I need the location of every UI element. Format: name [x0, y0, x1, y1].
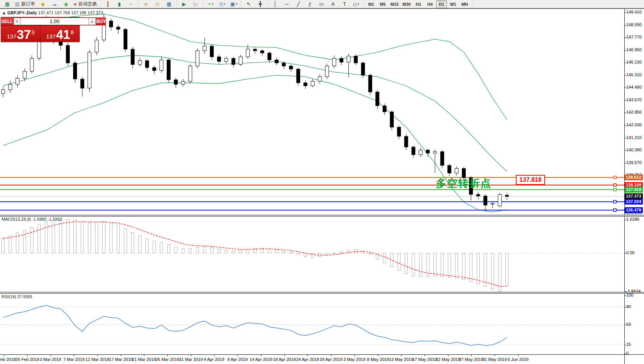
- timeframe-h4[interactable]: H4: [425, 0, 435, 8]
- date-label: 13 May 2019: [389, 357, 413, 362]
- sell-button[interactable]: SELL: [1, 17, 13, 25]
- candle-body-bear: [174, 80, 177, 84]
- macd-bar: [239, 251, 242, 253]
- volume-increase-button[interactable]: ▲: [89, 18, 96, 25]
- new-order-button[interactable]: ▤新订单: [13, 0, 37, 8]
- line-handle[interactable]: [614, 184, 616, 186]
- charts-community-button[interactable]: ☁: [49, 0, 60, 8]
- timeframe-m15[interactable]: M15: [389, 0, 400, 8]
- label-button[interactable]: T: [339, 0, 350, 8]
- periods-button[interactable]: ◷▾: [217, 0, 227, 8]
- date-tick: [284, 355, 285, 356]
- macd-bar: [124, 229, 127, 253]
- candle-body-bear: [217, 57, 221, 62]
- macd-bar: [405, 253, 408, 274]
- horizontal-line-button[interactable]: ─: [281, 0, 292, 8]
- line-handle[interactable]: [614, 176, 616, 179]
- vertical-line-button[interactable]: │: [270, 0, 281, 8]
- chevron-down-icon[interactable]: ▾: [224, 2, 226, 6]
- macd-bar: [398, 253, 400, 271]
- candle-body-bull: [23, 71, 27, 78]
- timeframe-m1[interactable]: M1: [366, 0, 376, 8]
- date-label: 26 Feb 2019: [15, 357, 39, 362]
- autotrading-button[interactable]: ●自动交易: [72, 0, 98, 8]
- volume-decrease-button[interactable]: ▼: [13, 18, 21, 25]
- candle-body-bull: [88, 52, 91, 88]
- turning-point-annotation[interactable]: 多空转折点: [436, 176, 492, 190]
- fibonacci-button[interactable]: ƒ: [304, 0, 315, 8]
- market-watch-button[interactable]: ◆: [37, 0, 48, 8]
- shapes-button[interactable]: ◇▾: [351, 0, 361, 8]
- sell-price-big: 37: [17, 29, 31, 40]
- collapse-icon[interactable]: ▲: [2, 10, 6, 15]
- buy-price-button[interactable]: 137 41 8: [40, 26, 79, 42]
- timeframe-m5[interactable]: M5: [377, 0, 388, 8]
- cursor-button[interactable]: ↖: [243, 0, 254, 8]
- macd-bar: [333, 253, 336, 253]
- timeframe-d1[interactable]: D1: [436, 0, 447, 8]
- volume-input[interactable]: [21, 18, 89, 25]
- candle-body-bull: [433, 152, 437, 153]
- candle-body-bear: [304, 83, 307, 86]
- price-tick-label: 145.310: [626, 72, 644, 77]
- date-tick: [355, 355, 355, 356]
- chevron-down-icon[interactable]: ▾: [358, 2, 359, 6]
- autoscroll-button[interactable]: ▶: [179, 0, 189, 8]
- timeframe-w1[interactable]: W1: [448, 0, 458, 8]
- candle-body-bear: [131, 49, 134, 65]
- date-label: 3 Mar 2019: [40, 357, 61, 362]
- date-tick: [144, 355, 144, 356]
- trendline-button[interactable]: ╱: [293, 0, 304, 8]
- charts-cloud-icon: ☁: [52, 2, 57, 7]
- symbol-header: ▲ GBPJPY-,Daily 137.471 137.768 137.186 …: [2, 10, 103, 15]
- zoom-in-button[interactable]: ⊕: [141, 0, 151, 8]
- candle-body-bear: [405, 136, 408, 147]
- time-axis-border: [0, 354, 644, 355]
- date-label: 18 Apr 2019: [273, 357, 296, 362]
- chevron-down-icon[interactable]: ▾: [236, 2, 237, 6]
- candle-body-bear: [426, 150, 430, 153]
- text-button[interactable]: A: [328, 0, 338, 8]
- zoom-out-button[interactable]: ⊖: [152, 0, 163, 8]
- price-level-label-137.024: 137.024: [625, 199, 643, 205]
- timeframe-m30[interactable]: M30: [401, 0, 412, 8]
- line-handle[interactable]: [614, 188, 616, 191]
- line-handle[interactable]: [614, 200, 616, 203]
- price-tick-label: 148.590: [626, 22, 644, 27]
- panel-separator[interactable]: [0, 292, 644, 294]
- signals-button[interactable]: ◉: [60, 0, 71, 8]
- periods-icon: ◷: [219, 2, 223, 7]
- line-handle[interactable]: [614, 209, 616, 211]
- line-chart-button[interactable]: ~: [125, 0, 136, 8]
- date-label: 8 May 2019: [367, 357, 389, 362]
- new-chart-button[interactable]: ▦: [2, 0, 13, 8]
- price-callout-label[interactable]: 137.818: [516, 175, 545, 185]
- crosshair-button[interactable]: ╋: [255, 0, 266, 8]
- chart-shift-button[interactable]: ▷: [190, 0, 201, 8]
- bar-chart-button[interactable]: ║: [102, 0, 113, 8]
- add-indicator-button[interactable]: +▾: [205, 0, 216, 8]
- rsi-plot[interactable]: [0, 294, 624, 354]
- timeframe-mn[interactable]: MN: [459, 0, 470, 8]
- macd-bar: [218, 249, 221, 253]
- candle-body-bull: [419, 150, 422, 155]
- macd-plot[interactable]: [0, 216, 624, 292]
- candle-body-bull: [491, 204, 494, 205]
- chevron-down-icon[interactable]: ▾: [212, 2, 213, 6]
- buy-price-big: 41: [56, 29, 70, 40]
- date-label: 27 May 2019: [459, 357, 483, 362]
- buy-button[interactable]: BUY: [96, 17, 106, 25]
- date-label: 21 Feb 2019: [0, 357, 16, 362]
- ohlc-low: 137.186: [71, 10, 87, 15]
- tile-windows-button[interactable]: ▦: [164, 0, 174, 8]
- templates-button[interactable]: ▣▾: [228, 0, 239, 8]
- candlestick-chart-button[interactable]: ▮: [114, 0, 125, 8]
- panel-separator[interactable]: [0, 215, 644, 216]
- channel-button[interactable]: ▭: [316, 0, 327, 8]
- sell-price-prefix: 137: [7, 34, 17, 39]
- macd-bar: [369, 253, 371, 255]
- sell-price-button[interactable]: 137 37 3: [1, 26, 40, 42]
- macd-bar: [268, 249, 271, 253]
- timeframe-h1[interactable]: H1: [413, 0, 424, 8]
- macd-bar: [390, 253, 393, 267]
